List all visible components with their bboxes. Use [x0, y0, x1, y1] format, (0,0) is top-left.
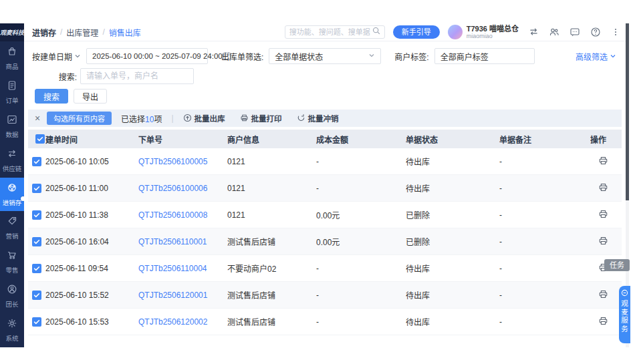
sidebar-item-label: 数据 — [6, 129, 19, 138]
help-icon[interactable] — [590, 27, 601, 37]
print-icon[interactable] — [598, 236, 608, 246]
main-area: 进销存 / 出库管理 / 销售出库 新手引导 T7936 喵喵总仓 miaomi… — [24, 23, 626, 347]
order-number-link[interactable]: QTJTb2506110001 — [138, 237, 207, 246]
row-checkbox[interactable] — [32, 237, 41, 246]
cell-create-time: 2025-06-10 16:04 — [45, 237, 138, 246]
batch-action-button[interactable]: 批量冲销 — [297, 113, 339, 124]
outbound-orders-table: 建单时间 下单号 商户信息 成本金额 单据状态 单据备注 操作 2025-06-… — [28, 130, 622, 335]
col-create-time: 建单时间 — [45, 134, 138, 145]
user-avatar[interactable] — [448, 25, 463, 39]
user-name: T7936 喵喵总仓 — [467, 25, 519, 33]
global-search-box[interactable] — [285, 25, 385, 39]
cell-doc-status: 待出库 — [406, 156, 499, 167]
order-number-link[interactable]: QTJTb2506110004 — [138, 264, 207, 273]
order-number-link[interactable]: QTJTb2506100006 — [138, 184, 207, 193]
print-icon[interactable] — [598, 316, 608, 326]
cell-create-time: 2025-06-10 15:52 — [45, 291, 138, 300]
breadcrumb-module[interactable]: 进销存 — [32, 27, 56, 38]
keyword-search-input[interactable] — [80, 68, 194, 84]
outbound-filter-label: 出库单筛选: — [221, 51, 263, 62]
cell-doc-remark: - — [499, 264, 590, 273]
search-icon — [372, 27, 380, 37]
close-icon[interactable]: × — [35, 113, 45, 124]
sidebar-item-goods[interactable]: 商品 — [0, 41, 24, 75]
advanced-filter-link[interactable]: 高级筛选 — [576, 51, 616, 62]
company-logo: 观麦科技 — [0, 23, 24, 41]
print-icon[interactable] — [598, 209, 608, 219]
more-menu-icon[interactable] — [611, 27, 620, 37]
batch-action-label: 批量冲销 — [308, 113, 339, 124]
merchant-tag-select[interactable]: 全部商户标签 — [434, 48, 535, 64]
cell-doc-remark: - — [499, 291, 590, 300]
search-button[interactable]: 搜索 — [35, 89, 68, 104]
bag-icon — [7, 46, 17, 59]
col-order-number: 下单号 — [138, 134, 227, 145]
sidebar-item-system[interactable]: 系统 — [0, 313, 24, 347]
switch-account-icon[interactable] — [529, 27, 539, 37]
cell-merchant-info: 测试售后店铺 — [227, 289, 316, 301]
breadcrumb-section[interactable]: 出库管理 — [66, 27, 98, 38]
order-number-link[interactable]: QTJTb2506100008 — [138, 210, 207, 220]
order-number-link[interactable]: QTJTb2506100005 — [138, 157, 207, 166]
user-info[interactable]: T7936 喵喵总仓 miaomiao — [467, 25, 519, 40]
sidebar-item-supply-chain[interactable]: 供应链 — [0, 144, 24, 178]
print-icon[interactable] — [598, 156, 608, 166]
export-button[interactable]: 导出 — [74, 89, 107, 104]
scrollbar-thumb[interactable] — [626, 23, 629, 200]
sidebar-item-label: 订单 — [6, 95, 19, 104]
guanmai-service-tab[interactable]: 观麦服务 — [619, 286, 630, 343]
task-floating-tag[interactable]: 任务 — [604, 259, 630, 271]
cell-doc-remark: - — [499, 157, 590, 166]
cell-create-time: 2025-06-10 11:00 — [45, 184, 138, 193]
order-number-link[interactable]: QTJTb2506120001 — [138, 291, 207, 300]
cell-doc-remark: - — [499, 317, 590, 327]
sidebar-item-label: 团长 — [6, 299, 19, 309]
row-checkbox[interactable] — [32, 317, 41, 327]
print-icon[interactable] — [598, 182, 608, 192]
message-icon[interactable] — [570, 27, 580, 37]
contacts-icon[interactable] — [549, 27, 559, 37]
select-all-checkbox[interactable] — [35, 134, 45, 144]
col-cost-amount: 成本金额 — [316, 134, 406, 145]
sidebar-item-inventory[interactable]: 进销存 — [0, 178, 24, 212]
sidebar-item-data[interactable]: 数据 — [0, 110, 24, 144]
cell-cost-amount: - — [316, 157, 406, 166]
tag-icon — [7, 216, 17, 228]
topbar-right: 新手引导 T7936 喵喵总仓 miaomiao — [285, 25, 620, 40]
batch-action-button[interactable]: 批量打印 — [240, 113, 282, 124]
table-row: 2025-06-10 11:00QTJTb25061000060121-待出库- — [28, 175, 622, 202]
batch-action-button[interactable]: 批量出库 — [183, 113, 225, 124]
row-checkbox[interactable] — [32, 210, 41, 220]
sidebar-item-marketing[interactable]: 营销 — [0, 211, 24, 245]
global-search-input[interactable] — [289, 28, 372, 36]
cell-cost-amount: 0.00元 — [316, 209, 406, 220]
breadcrumb-current: 销售出库 — [109, 27, 141, 38]
user-account: miaomiao — [467, 33, 519, 39]
date-type-dropdown[interactable]: 按建单日期 — [32, 51, 81, 62]
sidebar-item-orders[interactable]: 订单 — [0, 75, 24, 110]
filter-row-1: 按建单日期 2025-06-10 00:00 ~ 2025-07-09 24:0… — [32, 48, 619, 64]
cell-doc-status: 待出库 — [406, 289, 499, 301]
cell-doc-status: 待出库 — [406, 182, 499, 194]
sidebar: 商品订单数据供应链进销存营销零售团长系统 — [0, 41, 24, 347]
order-number-link[interactable]: QTJTb2506120002 — [138, 317, 207, 327]
cell-cost-amount: - — [316, 184, 406, 193]
table-body: 2025-06-10 10:05QTJTb25061000050121-待出库-… — [28, 148, 622, 335]
print-icon[interactable] — [598, 289, 608, 299]
sidebar-item-retail[interactable]: 零售 — [0, 245, 24, 279]
row-checkbox[interactable] — [32, 291, 41, 300]
sidebar-item-label: 营销 — [6, 231, 19, 240]
document-status-select[interactable]: 全部单据状态 — [269, 48, 381, 64]
row-checkbox[interactable] — [32, 157, 41, 166]
app-window: 观麦科技 商品订单数据供应链进销存营销零售团长系统 进销存 / 出库管理 / 销… — [0, 0, 631, 364]
row-checkbox[interactable] — [32, 184, 41, 193]
cell-cost-amount: - — [316, 291, 406, 300]
beginner-guide-button[interactable]: 新手引导 — [393, 25, 440, 39]
cell-doc-status: 已删除 — [406, 236, 499, 247]
filter-row-2: 搜索: — [32, 68, 619, 84]
row-checkbox[interactable] — [32, 264, 41, 273]
date-range-picker[interactable]: 2025-06-10 00:00 ~ 2025-07-09 24:00 — [86, 48, 208, 64]
cell-create-time: 2025-06-10 11:38 — [45, 210, 138, 220]
sidebar-item-leader[interactable]: 团长 — [0, 279, 24, 313]
select-all-pages-button[interactable]: 勾选所有页内容 — [47, 112, 112, 125]
